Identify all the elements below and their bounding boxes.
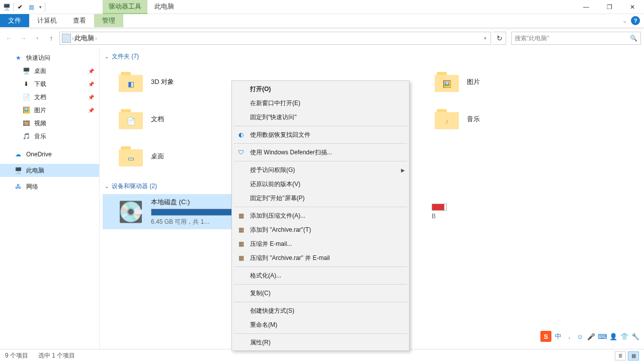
label: 文档 bbox=[34, 93, 46, 102]
ctx-open-new-window[interactable]: 在新窗口中打开(E) bbox=[233, 96, 408, 110]
sidebar-downloads[interactable]: ⬇ 下载 📌 bbox=[0, 77, 99, 90]
ctx-pin-start[interactable]: 固定到"开始"屏幕(P) bbox=[233, 191, 408, 205]
ctx-open[interactable]: 打开(O) bbox=[233, 82, 408, 96]
close-button[interactable]: ✕ bbox=[621, 0, 644, 14]
ctx-grant-access[interactable]: 授予访问权限(G)▶ bbox=[233, 163, 408, 177]
folder-icon: ◧ bbox=[118, 69, 144, 95]
sidebar-music[interactable]: 🎵 音乐 bbox=[0, 130, 99, 143]
ime-settings-icon[interactable]: 🔧 bbox=[631, 332, 640, 341]
ribbon-tab-view[interactable]: 查看 bbox=[65, 14, 94, 27]
ime-user-icon[interactable]: 👤 bbox=[609, 332, 618, 341]
label: 快速访问 bbox=[26, 54, 50, 62]
ctx-add-archive-rar[interactable]: ▦添加到 "Archive.rar"(T) bbox=[233, 223, 408, 237]
navigation-bar: ← → ▾ ↑ › 此电脑 › ▾ ↻ 搜索"此电脑" 🔍 bbox=[0, 29, 644, 47]
minimize-button[interactable]: — bbox=[575, 0, 598, 14]
ribbon-tab-file[interactable]: 文件 bbox=[0, 14, 29, 27]
ime-emoji-icon[interactable]: ☺ bbox=[576, 332, 585, 341]
label: 图片 bbox=[34, 106, 46, 115]
ctx-defender-scan[interactable]: 🛡使用 Windows Defender扫描... bbox=[233, 145, 408, 159]
sidebar-pictures[interactable]: 🖼️ 图片 📌 bbox=[0, 104, 99, 117]
ime-mode[interactable]: 中 bbox=[553, 332, 562, 341]
sogou-logo-icon[interactable]: S bbox=[540, 331, 551, 342]
properties-icon[interactable]: ✔ bbox=[16, 3, 25, 12]
submenu-arrow-icon: ▶ bbox=[401, 167, 405, 173]
menu-separator bbox=[234, 126, 407, 126]
ime-punct-icon[interactable]: ， bbox=[565, 332, 574, 341]
sidebar-onedrive[interactable]: ☁ OneDrive bbox=[0, 148, 99, 161]
videos-icon: 🎞️ bbox=[22, 119, 30, 127]
chevron-down-icon[interactable]: ⌄ bbox=[105, 184, 109, 189]
view-tiles-button[interactable]: ▦ bbox=[628, 351, 639, 360]
search-icon[interactable]: 🔍 bbox=[630, 35, 637, 42]
separator bbox=[13, 3, 14, 12]
label: 下载 bbox=[34, 80, 46, 88]
label: 音乐 bbox=[34, 132, 46, 141]
sidebar-videos[interactable]: 🎞️ 视频 bbox=[0, 117, 99, 130]
chevron-right-icon[interactable]: › bbox=[72, 36, 73, 41]
ribbon: 文件 计算机 查看 管理 ⌄ ? bbox=[0, 14, 644, 29]
label: OneDrive bbox=[26, 151, 52, 158]
ctx-add-archive[interactable]: ▦添加到压缩文件(A)... bbox=[233, 209, 408, 223]
ribbon-tab-manage[interactable]: 管理 bbox=[94, 14, 123, 27]
context-tab-drive-tools[interactable]: 驱动器工具 bbox=[103, 0, 147, 14]
sidebar-network[interactable]: 🖧 网络 bbox=[0, 180, 99, 193]
archive-icon: ▦ bbox=[237, 254, 245, 262]
ime-keyboard-icon[interactable]: ⌨ bbox=[598, 332, 607, 341]
view-details-button[interactable]: ≣ bbox=[615, 351, 626, 360]
ime-voice-icon[interactable]: 🎤 bbox=[587, 332, 596, 341]
context-menu: 打开(O) 在新窗口中打开(E) 固定到"快速访问" ◐使用数据恢复找回文件 🛡… bbox=[231, 80, 410, 351]
ctx-compress-email[interactable]: ▦压缩并 E-mail... bbox=[233, 237, 408, 251]
ime-skin-icon[interactable]: 👕 bbox=[620, 332, 629, 341]
chevron-down-icon[interactable]: ⌄ bbox=[105, 54, 109, 59]
search-box[interactable]: 搜索"此电脑" 🔍 bbox=[511, 32, 641, 45]
sidebar-documents[interactable]: 📄 文档 📌 bbox=[0, 90, 99, 104]
ctx-format[interactable]: 格式化(A)... bbox=[233, 268, 408, 283]
help-icon[interactable]: ? bbox=[631, 16, 640, 25]
archive-icon: ▦ bbox=[237, 240, 245, 248]
recent-locations-button[interactable]: ▾ bbox=[31, 32, 43, 44]
sidebar-desktop[interactable]: 🖥️ 桌面 📌 bbox=[0, 64, 99, 77]
qat-dropdown-icon[interactable]: ▾ bbox=[38, 5, 43, 10]
archive-icon: ▦ bbox=[237, 226, 245, 234]
breadcrumb-this-pc[interactable]: 此电脑 bbox=[74, 34, 94, 43]
ctx-create-shortcut[interactable]: 创建快捷方式(S) bbox=[233, 304, 408, 318]
refresh-button[interactable]: ↻ bbox=[493, 32, 506, 45]
address-dropdown-icon[interactable]: ▾ bbox=[482, 36, 489, 41]
folder-music[interactable]: ♪ 音乐 bbox=[419, 102, 575, 137]
ctx-copy[interactable]: 复制(C) bbox=[233, 286, 408, 300]
folder-pictures[interactable]: 🖼️ 图片 bbox=[419, 64, 575, 100]
drive-icon: 💽 bbox=[118, 199, 144, 225]
this-pc-icon bbox=[62, 34, 71, 43]
ribbon-tab-computer[interactable]: 计算机 bbox=[29, 14, 65, 27]
label: 此电脑 bbox=[26, 166, 44, 175]
pinned-icon: 📌 bbox=[88, 81, 94, 87]
address-bar[interactable]: › 此电脑 › ▾ bbox=[59, 32, 491, 45]
menu-separator bbox=[234, 266, 407, 267]
ribbon-collapse-icon[interactable]: ⌄ bbox=[622, 18, 627, 24]
ctx-rename[interactable]: 重命名(M) bbox=[233, 318, 408, 332]
archive-icon: ▦ bbox=[237, 212, 245, 220]
new-folder-icon[interactable]: ▦ bbox=[27, 3, 36, 12]
menu-separator bbox=[234, 143, 407, 144]
group-header-folders[interactable]: ⌄ 文件夹 (7) bbox=[103, 50, 644, 62]
ctx-properties[interactable]: 属性(R) bbox=[233, 335, 408, 349]
chevron-right-icon[interactable]: › bbox=[95, 36, 97, 41]
ctx-pin-quick-access[interactable]: 固定到"快速访问" bbox=[233, 110, 408, 124]
pinned-icon: 📌 bbox=[88, 108, 94, 113]
menu-separator bbox=[234, 207, 407, 207]
back-button[interactable]: ← bbox=[3, 32, 15, 44]
music-icon: 🎵 bbox=[22, 132, 30, 140]
sidebar-quick-access[interactable]: ★ 快速访问 bbox=[0, 51, 99, 64]
separator bbox=[45, 3, 45, 12]
sidebar-this-pc[interactable]: 🖥️ 此电脑 bbox=[0, 164, 99, 177]
group-label: 设备和驱动器 (2) bbox=[112, 182, 157, 191]
ctx-data-recovery[interactable]: ◐使用数据恢复找回文件 bbox=[233, 128, 408, 142]
forward-button[interactable]: → bbox=[17, 32, 29, 44]
folder-icon: ▭ bbox=[118, 143, 144, 169]
network-icon: 🖧 bbox=[14, 183, 22, 191]
menu-separator bbox=[234, 161, 407, 161]
ctx-compress-rar-email[interactable]: ▦压缩到 "Archive.rar" 并 E-mail bbox=[233, 251, 408, 265]
ctx-restore-version[interactable]: 还原以前的版本(V) bbox=[233, 177, 408, 191]
restore-button[interactable]: ❐ bbox=[598, 0, 621, 14]
up-button[interactable]: ↑ bbox=[45, 32, 57, 44]
